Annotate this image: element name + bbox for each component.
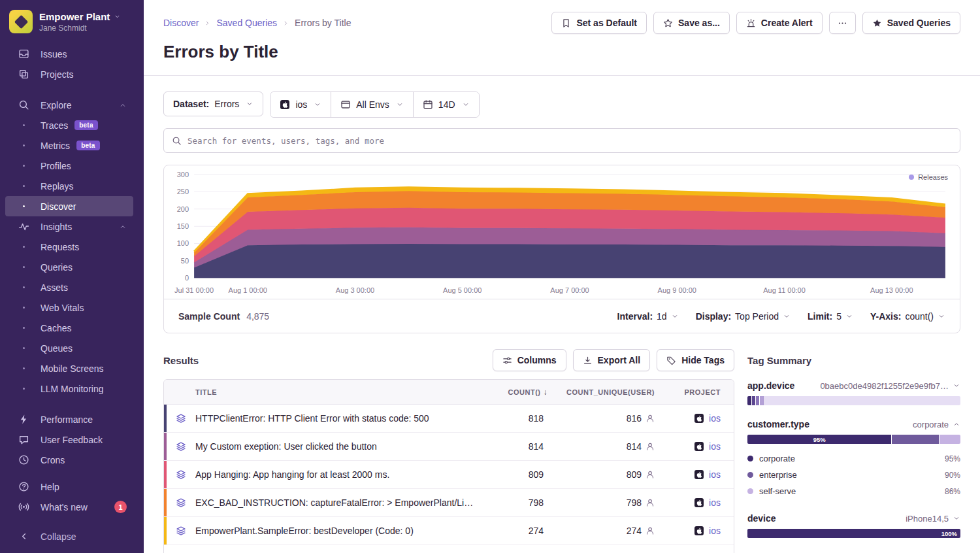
user-icon: [645, 470, 655, 479]
more-options-button[interactable]: [829, 12, 856, 34]
sidebar-item-user-feedback[interactable]: User Feedback: [0, 429, 144, 450]
sidebar-item-caches[interactable]: Caches: [0, 318, 144, 338]
tag-value-row[interactable]: corporate95%: [747, 450, 960, 467]
bookmark-icon: [561, 18, 571, 28]
sidebar-item-queries[interactable]: Queries: [0, 257, 144, 277]
save-as-button[interactable]: Save as...: [653, 12, 730, 34]
table-row[interactable]: EXC_BAD_INSTRUCTION: captureFatalError: …: [164, 489, 734, 517]
org-switcher[interactable]: Empower Plant Jane Schmidt: [0, 0, 144, 44]
sidebar-collapse-button[interactable]: Collapse: [0, 526, 144, 546]
column-header-title[interactable]: TITLE: [195, 388, 485, 396]
tag-value-row[interactable]: enterprise90%: [747, 467, 960, 483]
tag-value-row[interactable]: self-serve86%: [747, 483, 960, 499]
sidebar-item-projects[interactable]: Projects: [0, 64, 144, 84]
tag-bar-segment: [756, 396, 759, 405]
row-title[interactable]: EmpowerPlant.SampleError: bestDeveloper …: [195, 526, 485, 536]
sidebar-item-help[interactable]: Help: [0, 477, 144, 497]
project-filter[interactable]: ios: [270, 92, 331, 117]
column-header-count[interactable]: COUNT()↓: [485, 388, 547, 397]
row-project[interactable]: ios: [659, 441, 734, 452]
row-title[interactable]: App Hanging: App hanging for at least 20…: [195, 469, 485, 480]
sidebar-item-requests[interactable]: Requests: [0, 237, 144, 257]
limit-control[interactable]: Limit:5: [808, 311, 853, 322]
apple-project-icon: [694, 526, 704, 536]
environment-filter-value: All Envs: [356, 99, 389, 110]
tag-header: customer.typecorporate: [747, 419, 960, 429]
column-header-project[interactable]: PROJECT: [659, 388, 734, 396]
sidebar-item-queues[interactable]: Queues: [0, 338, 144, 358]
row-project[interactable]: ios: [659, 526, 734, 536]
hide-tags-button[interactable]: Hide Tags: [657, 349, 734, 371]
tag-bar-percentage: 100%: [941, 530, 957, 537]
chart-controls: Interval:1dDisplay:Top PeriodLimit:5Y-Ax…: [617, 311, 945, 322]
row-title[interactable]: My Custom exeption: User clicked the but…: [195, 441, 485, 452]
breadcrumb-separator-icon: [204, 20, 211, 27]
row-project[interactable]: ios: [659, 497, 734, 508]
date-range-filter[interactable]: 14D: [413, 92, 479, 117]
y-axis-control[interactable]: Y-Axis:count(): [870, 311, 945, 322]
tag-distribution-bar[interactable]: [747, 396, 960, 405]
sidebar-item-discover[interactable]: Discover: [5, 196, 133, 216]
row-title[interactable]: EXC_BAD_INSTRUCTION: captureFatalError: …: [195, 497, 485, 508]
legend-label: Releases: [918, 173, 948, 181]
sidebar-item-issues[interactable]: Issues: [0, 44, 144, 64]
create-alert-button[interactable]: Create Alert: [736, 12, 823, 34]
chevron-down-icon: [246, 100, 253, 108]
tag-section-app-device: app.device0baebc0de4982f1255f2e9e9fb7…: [747, 380, 960, 405]
search-icon: [172, 136, 182, 146]
search-input[interactable]: [188, 136, 952, 146]
sidebar-item-crons[interactable]: Crons: [0, 450, 144, 470]
dataset-filter[interactable]: Dataset: Errors: [163, 92, 263, 116]
sidebar-item-traces[interactable]: Tracesbeta: [0, 115, 144, 135]
row-project[interactable]: ios: [659, 469, 734, 480]
tag-value-dropdown[interactable]: iPhone14,5: [906, 514, 960, 524]
sidebar-item-assets[interactable]: Assets: [0, 277, 144, 297]
table-row[interactable]: EmpowerPlant.SampleError: happyCustomer …: [164, 545, 734, 553]
sidebar-section-insights[interactable]: Insights: [0, 216, 144, 237]
tag-bar-segment: [892, 435, 938, 444]
layers-icon: [176, 469, 186, 480]
sidebar-item-what-s-new[interactable]: What's new1: [0, 497, 144, 517]
sidebar-item-profiles[interactable]: Profiles: [0, 156, 144, 176]
apple-project-icon: [280, 99, 290, 110]
sidebar-item-web-vitals[interactable]: Web Vitals: [0, 297, 144, 318]
tag-bar-segment: [747, 396, 751, 405]
tag-distribution-bar[interactable]: 100%: [747, 529, 960, 538]
chart-footer: Sample Count 4,875 Interval:1dDisplay:To…: [164, 299, 960, 333]
saved-queries-button[interactable]: Saved Queries: [862, 12, 960, 34]
project-link: ios: [709, 497, 721, 508]
set-as-default-button[interactable]: Set as Default: [551, 12, 647, 34]
table-row[interactable]: HTTPClientError: HTTP Client Error with …: [164, 405, 734, 433]
display-control[interactable]: Display:Top Period: [696, 311, 791, 322]
sidebar-item-metrics[interactable]: Metricsbeta: [0, 135, 144, 156]
svg-text:Jul 31 00:00: Jul 31 00:00: [174, 286, 214, 294]
table-row[interactable]: EmpowerPlant.SampleError: bestDeveloper …: [164, 517, 734, 545]
export-all-button[interactable]: Export All: [573, 349, 651, 371]
stacked-area-chart[interactable]: 050100150200250300Jul 31 00:00Aug 1 00:0…: [164, 165, 960, 299]
columns-button[interactable]: Columns: [493, 349, 566, 371]
tag-value-dropdown[interactable]: 0baebc0de4982f1255f2e9e9fb7…: [820, 381, 960, 391]
row-count: 809: [485, 469, 547, 480]
sidebar-item-mobile-screens[interactable]: Mobile Screens: [0, 358, 144, 378]
bullet-icon: [17, 165, 30, 167]
row-title[interactable]: HTTPClientError: HTTP Client Error with …: [195, 413, 485, 424]
table-row[interactable]: App Hanging: App hanging for at least 20…: [164, 461, 734, 489]
tag-distribution-bar[interactable]: 95%: [747, 435, 960, 444]
breadcrumb-saved-queries[interactable]: Saved Queries: [216, 18, 277, 28]
layers-icon: [176, 413, 186, 424]
sidebar-item-performance[interactable]: Performance: [0, 409, 144, 429]
tag-value-dropdown[interactable]: corporate: [913, 420, 960, 429]
interval-control[interactable]: Interval:1d: [617, 311, 679, 322]
create-alert-button-label: Create Alert: [761, 18, 813, 28]
tag-bar-segment: [765, 396, 961, 405]
filter-bar: Dataset: Errors ios All Envs 14D: [163, 92, 960, 118]
sidebar-item-replays[interactable]: Replays: [0, 176, 144, 196]
breadcrumb-discover[interactable]: Discover: [163, 18, 199, 28]
table-row[interactable]: My Custom exeption: User clicked the but…: [164, 433, 734, 461]
environment-filter[interactable]: All Envs: [331, 92, 413, 117]
column-header-count-unique-user[interactable]: COUNT_UNIQUE(USER): [547, 388, 659, 396]
row-project[interactable]: ios: [659, 413, 734, 424]
row-count: 814: [485, 441, 547, 452]
sidebar-section-explore[interactable]: Explore: [0, 95, 144, 115]
sidebar-item-llm-monitoring[interactable]: LLM Monitoring: [0, 378, 144, 399]
